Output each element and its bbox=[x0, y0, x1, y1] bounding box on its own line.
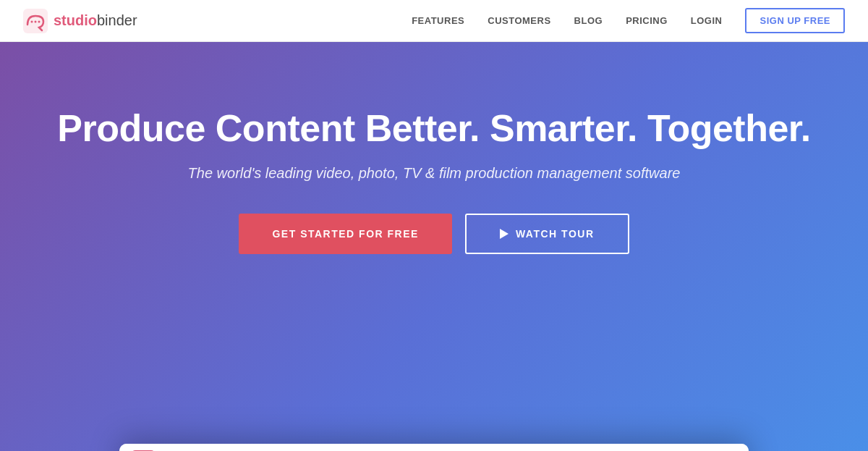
get-started-button[interactable]: GET STARTED FOR FREE bbox=[239, 214, 451, 254]
watch-tour-button[interactable]: WATCH TOUR bbox=[465, 214, 629, 254]
logo-icon bbox=[23, 9, 48, 33]
signup-button[interactable]: SIGN UP FREE bbox=[745, 8, 845, 33]
app-preview-bar: Gravity ▾ Projects + New Project ··· bbox=[119, 444, 749, 451]
svg-point-3 bbox=[31, 20, 33, 22]
navbar-nav: FEATURES CUSTOMERS BLOG PRICING LOGIN SI… bbox=[412, 8, 845, 33]
hero-section: Produce Content Better. Smarter. Togethe… bbox=[0, 42, 868, 451]
nav-features[interactable]: FEATURES bbox=[412, 15, 464, 26]
hero-buttons: GET STARTED FOR FREE WATCH TOUR bbox=[57, 214, 810, 254]
svg-point-2 bbox=[38, 20, 41, 22]
logo-text: studiobinder bbox=[54, 12, 137, 29]
svg-point-1 bbox=[35, 20, 37, 22]
hero-title: Produce Content Better. Smarter. Togethe… bbox=[57, 107, 810, 151]
watch-tour-label: WATCH TOUR bbox=[516, 228, 595, 240]
nav-blog[interactable]: BLOG bbox=[574, 15, 603, 26]
logo-link[interactable]: studiobinder bbox=[23, 9, 137, 33]
play-icon bbox=[500, 229, 509, 239]
hero-content: Produce Content Better. Smarter. Togethe… bbox=[57, 107, 810, 298]
nav-login[interactable]: LOGIN bbox=[691, 15, 723, 26]
app-preview: Gravity ▾ Projects + New Project ··· bbox=[119, 444, 749, 451]
nav-customers[interactable]: CUSTOMERS bbox=[488, 15, 550, 26]
navbar: studiobinder FEATURES CUSTOMERS BLOG PRI… bbox=[0, 0, 868, 42]
nav-pricing[interactable]: PRICING bbox=[626, 15, 668, 26]
hero-subtitle: The world's leading video, photo, TV & f… bbox=[57, 165, 810, 182]
